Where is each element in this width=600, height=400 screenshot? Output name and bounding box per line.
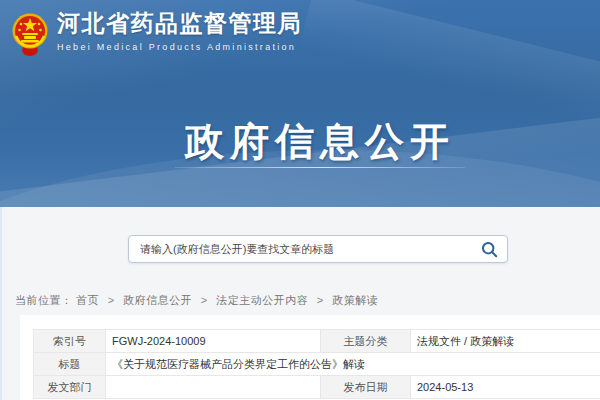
banner-underline <box>175 167 465 168</box>
page-title: 政府信息公开 <box>0 115 600 169</box>
issuing-department-value <box>106 376 321 399</box>
breadcrumb-prefix: 当前位置： <box>15 294 73 306</box>
national-emblem-icon <box>12 10 48 58</box>
agency-name-zh: 河北省药品监督管理局 <box>57 10 302 38</box>
document-title-link[interactable]: 《关于规范医疗器械产品分类界定工作的公告》解读 <box>106 353 600 376</box>
topic-category-value: 法规文件 / 政策解读 <box>411 330 600 353</box>
index-number-label: 索引号 <box>34 330 106 353</box>
table-row: 发文部门 发布日期 2024-05-13 <box>34 376 600 399</box>
agency-name-en: Hebei Medical Products Administration <box>57 42 302 52</box>
title-label: 标题 <box>34 353 106 376</box>
issuing-department-label: 发文部门 <box>34 376 106 399</box>
topic-category-label: 主题分类 <box>321 330 411 353</box>
publish-date-value: 2024-05-13 <box>411 376 600 399</box>
document-card: 索引号 FGWJ-2024-10009 主题分类 法规文件 / 政策解读 标题 … <box>20 315 600 400</box>
table-row: 索引号 FGWJ-2024-10009 主题分类 法规文件 / 政策解读 <box>34 330 600 353</box>
breadcrumb-separator: > <box>108 294 115 306</box>
content-section: 当前位置： 首页 > 政府信息公开 > 法定主动公开内容 > 政策解读 索引号 … <box>0 207 600 400</box>
breadcrumb-policy-interpretation[interactable]: 政策解读 <box>332 294 378 306</box>
search-input[interactable] <box>129 243 471 255</box>
search-icon <box>481 241 498 258</box>
index-number-value: FGWJ-2024-10009 <box>106 330 321 353</box>
breadcrumb: 当前位置： 首页 > 政府信息公开 > 法定主动公开内容 > 政策解读 <box>15 293 378 308</box>
document-meta-table: 索引号 FGWJ-2024-10009 主题分类 法规文件 / 政策解读 标题 … <box>33 329 600 399</box>
search-box <box>128 235 508 263</box>
hero-header: 河北省药品监督管理局 Hebei Medical Products Admini… <box>0 0 600 207</box>
breadcrumb-separator: > <box>201 294 208 306</box>
search-button[interactable] <box>471 236 507 262</box>
table-row: 标题 《关于规范医疗器械产品分类界定工作的公告》解读 <box>34 353 600 376</box>
breadcrumb-gov-info[interactable]: 政府信息公开 <box>123 294 192 306</box>
breadcrumb-statutory-disclosure[interactable]: 法定主动公开内容 <box>216 294 308 306</box>
publish-date-label: 发布日期 <box>321 376 411 399</box>
breadcrumb-home[interactable]: 首页 <box>76 294 99 306</box>
breadcrumb-separator: > <box>317 294 324 306</box>
site-logo[interactable]: 河北省药品监督管理局 Hebei Medical Products Admini… <box>12 10 302 58</box>
